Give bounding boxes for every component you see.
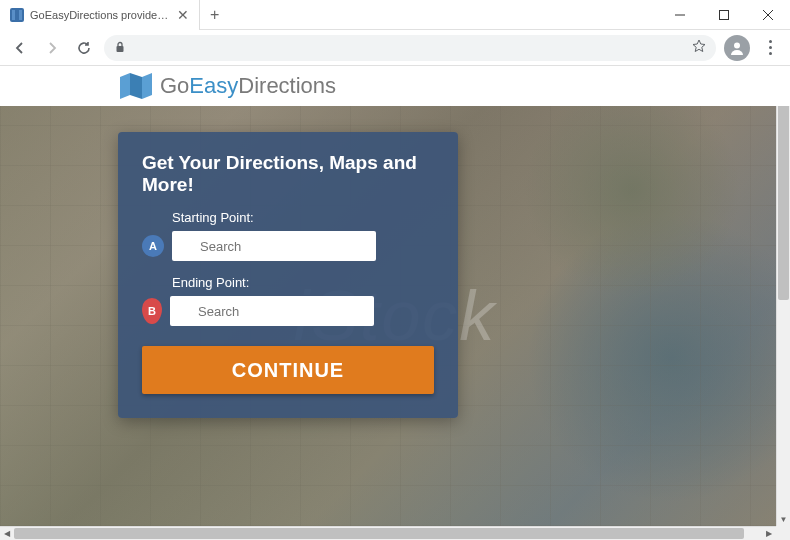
site-header: GoEasyDirections (0, 66, 790, 106)
browser-tab[interactable]: GoEasyDirections provides you w ✕ (0, 0, 200, 30)
continue-button[interactable]: CONTINUE (142, 346, 434, 394)
marker-b-icon: B (142, 298, 162, 324)
starting-point-row: A (142, 231, 434, 261)
new-tab-button[interactable]: + (200, 6, 229, 24)
ending-point-row: B (142, 296, 434, 326)
minimize-button[interactable] (658, 0, 702, 30)
back-button[interactable] (8, 36, 32, 60)
horizontal-scroll-thumb[interactable] (14, 528, 744, 539)
form-heading: Get Your Directions, Maps and More! (142, 152, 434, 196)
tab-title: GoEasyDirections provides you w (30, 9, 171, 21)
marker-a-icon: A (142, 235, 164, 257)
starting-point-input[interactable] (172, 231, 376, 261)
tab-favicon-icon (10, 8, 24, 22)
horizontal-scrollbar[interactable]: ◀ ▶ (0, 526, 776, 540)
scroll-left-arrow-icon[interactable]: ◀ (0, 527, 14, 540)
logo-map-icon (120, 73, 152, 99)
scroll-down-arrow-icon[interactable]: ▼ (777, 512, 790, 526)
scroll-corner (776, 526, 790, 540)
logo-part-easy: Easy (189, 73, 238, 98)
browser-toolbar (0, 30, 790, 66)
logo-text: GoEasyDirections (160, 73, 336, 99)
starting-input-wrap (172, 231, 434, 261)
starting-point-label: Starting Point: (172, 210, 434, 225)
window-titlebar: GoEasyDirections provides you w ✕ + (0, 0, 790, 30)
reload-button[interactable] (72, 36, 96, 60)
profile-avatar-icon[interactable] (724, 35, 750, 61)
forward-button[interactable] (40, 36, 64, 60)
ending-point-label: Ending Point: (172, 275, 434, 290)
tab-close-icon[interactable]: ✕ (177, 7, 189, 23)
window-controls (658, 0, 790, 30)
ending-point-input[interactable] (170, 296, 374, 326)
bookmark-star-icon[interactable] (692, 39, 706, 57)
ending-input-wrap (170, 296, 434, 326)
logo-part-go: Go (160, 73, 189, 98)
maximize-button[interactable] (702, 0, 746, 30)
address-bar[interactable] (104, 35, 716, 61)
vertical-scroll-thumb[interactable] (778, 80, 789, 300)
page-content: GoEasyDirections iStock Get Your Directi… (0, 66, 790, 526)
directions-form-panel: Get Your Directions, Maps and More! Star… (118, 132, 458, 418)
map-background: iStock Get Your Directions, Maps and Mor… (0, 106, 790, 526)
browser-menu-icon[interactable] (758, 40, 782, 55)
scroll-right-arrow-icon[interactable]: ▶ (762, 527, 776, 540)
lock-icon (114, 39, 126, 57)
vertical-scrollbar[interactable]: ▲ ▼ (776, 66, 790, 526)
svg-point-5 (734, 42, 740, 48)
svg-rect-1 (720, 10, 729, 19)
close-window-button[interactable] (746, 0, 790, 30)
logo-part-directions: Directions (238, 73, 336, 98)
svg-rect-4 (117, 46, 124, 52)
